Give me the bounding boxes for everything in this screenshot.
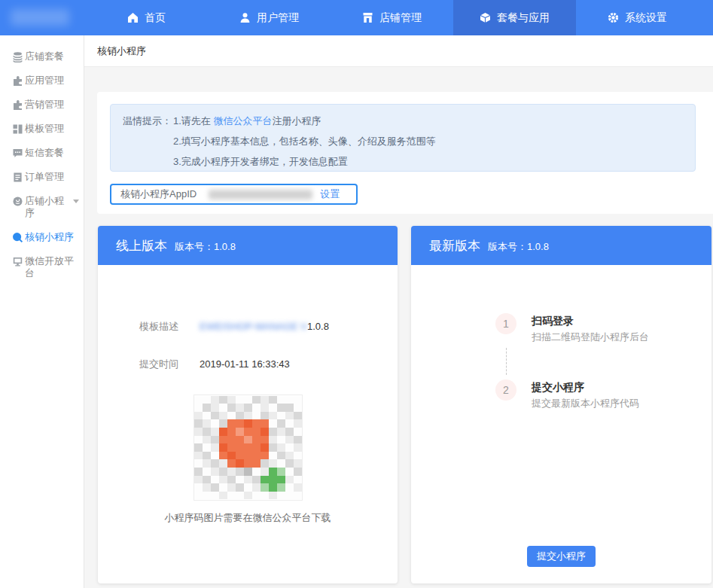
- appid-set-link[interactable]: 设置: [320, 187, 340, 201]
- puzzle-icon: [12, 75, 23, 87]
- nav-tab-label: 套餐与应用: [497, 11, 550, 25]
- step-number-badge: 1: [495, 313, 516, 334]
- step-title: 扫码登录: [532, 314, 649, 328]
- coins-icon: [12, 51, 23, 62]
- sidebar-item-label: 店铺小程序: [25, 195, 69, 219]
- card-title: 最新版本: [429, 237, 480, 254]
- step-texts: 提交小程序 提交最新版本小程序代码: [532, 379, 639, 410]
- sidebar-item-app-management[interactable]: 应用管理: [0, 69, 84, 93]
- logo-blurred: [11, 9, 69, 26]
- appid-label: 核销小程序AppID: [120, 187, 197, 201]
- appid-field[interactable]: 核销小程序AppID 设置: [110, 184, 358, 205]
- notice-line-3: 3.完成小程序开发者绑定，开发信息配置: [173, 155, 436, 169]
- step-title: 提交小程序: [532, 380, 639, 394]
- online-version-card: 线上版本 版本号：1.0.8 模板描述 EWEISHOP-MANAGE V1.0…: [98, 226, 398, 583]
- sidebar-item-label: 营销管理: [25, 99, 64, 111]
- top-navigation: 首页 用户管理 店铺管理 套餐与应用 系统设置: [0, 0, 713, 35]
- sidebar-item-wechat-open-platform[interactable]: 微信开放平台: [0, 249, 84, 285]
- sidebar-item-label: 店铺套餐: [25, 50, 64, 62]
- submit-miniapp-button[interactable]: 提交小程序: [527, 546, 596, 567]
- settings-panel: 温情提示： 1.请先在 微信公众平台注册小程序 2.填写小程序基本信息，包括名称…: [97, 92, 713, 214]
- sidebar-item-label: 核销小程序: [25, 231, 74, 243]
- sidebar-item-store-miniapp[interactable]: 店铺小程序: [0, 189, 84, 225]
- field-label: 提交时间: [139, 357, 200, 372]
- miniapp-icon: [12, 196, 23, 207]
- latest-version-header: 最新版本 版本号：1.0.8: [411, 226, 711, 265]
- notice-lines: 1.请先在 微信公众平台注册小程序 2.填写小程序基本信息，包括名称、头像、介绍…: [173, 114, 436, 171]
- sidebar-item-sms-packages[interactable]: 短信套餐: [0, 141, 84, 165]
- field-value: EWEISHOP-MANAGE V1.0.8: [200, 319, 329, 334]
- logo-area: [0, 0, 85, 35]
- miniapp-qr-code-image: [193, 395, 303, 501]
- notice-line-1: 1.请先在 微信公众平台注册小程序: [173, 114, 436, 128]
- nav-tab-users[interactable]: 用户管理: [208, 0, 331, 35]
- chevron-down-icon: [73, 200, 79, 203]
- marketing-icon: [12, 99, 23, 111]
- template-description-version: 1.0.8: [307, 321, 329, 332]
- step-number-badge: 2: [495, 379, 516, 401]
- nav-tabs: 首页 用户管理 店铺管理 套餐与应用 系统设置: [85, 0, 699, 35]
- sidebar-item-store-packages[interactable]: 店铺套餐: [0, 44, 84, 69]
- notice-box: 温情提示： 1.请先在 微信公众平台注册小程序 2.填写小程序基本信息，包括名称…: [110, 104, 696, 172]
- breadcrumb: 核销小程序: [84, 35, 713, 67]
- sidebar-item-marketing[interactable]: 营销管理: [0, 93, 84, 117]
- sidebar-item-label: 短信套餐: [25, 147, 64, 159]
- sidebar-item-templates[interactable]: 模板管理: [0, 117, 84, 141]
- sidebar-item-label: 应用管理: [25, 75, 64, 87]
- step-scan-login: 1 扫码登录 扫描二维码登陆小程序后台: [495, 313, 711, 343]
- sidebar-item-verification-miniapp[interactable]: 核销小程序: [0, 225, 84, 249]
- wechat-open-icon: [12, 256, 23, 267]
- store-icon: [362, 12, 373, 23]
- verify-icon: [12, 232, 23, 243]
- page-title: 核销小程序: [97, 45, 146, 56]
- steps-list: 1 扫码登录 扫描二维码登陆小程序后台 2 提交小程序 提交最新版本小程序代码: [411, 265, 711, 410]
- blocks-icon: [12, 123, 23, 135]
- gear-icon: [608, 12, 619, 23]
- sidebar-item-orders[interactable]: 订单管理: [0, 165, 84, 189]
- home-icon: [127, 12, 139, 23]
- nav-tab-label: 店铺管理: [379, 11, 422, 25]
- package-icon: [480, 12, 491, 23]
- submit-time-row: 提交时间 2019-01-11 16:33:43: [98, 357, 398, 372]
- appid-value-redacted: [209, 190, 312, 200]
- step-texts: 扫码登录 扫描二维码登陆小程序后台: [532, 313, 649, 343]
- wechat-platform-link[interactable]: 微信公众平台: [213, 115, 272, 126]
- sms-icon: [12, 148, 23, 159]
- sidebar-menu: 店铺套餐 应用管理 营销管理 模板管理 短信套餐 订单管理 店铺小程序: [0, 35, 84, 285]
- step-description: 提交最新版本小程序代码: [532, 398, 639, 410]
- sidebar-item-label: 订单管理: [25, 171, 64, 183]
- notice-label: 温情提示：: [123, 114, 172, 171]
- notice-line-1-suffix: 注册小程序: [272, 115, 321, 126]
- online-version-header: 线上版本 版本号：1.0.8: [98, 226, 398, 265]
- sidebar-item-label: 模板管理: [25, 123, 64, 135]
- sidebar: 店铺套餐 应用管理 营销管理 模板管理 短信套餐 订单管理 店铺小程序: [0, 35, 84, 588]
- template-description-row: 模板描述 EWEISHOP-MANAGE V1.0.8: [98, 319, 398, 334]
- step-submit-miniapp: 2 提交小程序 提交最新版本小程序代码: [495, 379, 711, 410]
- template-description-redacted: EWEISHOP-MANAGE V: [200, 321, 307, 332]
- order-icon: [12, 172, 23, 183]
- qr-mosaic: [194, 396, 302, 500]
- step-description: 扫描二维码登陆小程序后台: [532, 331, 649, 343]
- notice-line-2: 2.填写小程序基本信息，包括名称、头像、介绍及服务范围等: [173, 135, 436, 148]
- card-title: 线上版本: [116, 237, 167, 254]
- nav-tab-packages[interactable]: 套餐与应用: [453, 0, 576, 35]
- step-connector-dashed-line: [506, 348, 507, 375]
- nav-tab-settings[interactable]: 系统设置: [576, 0, 699, 35]
- field-label: 模板描述: [139, 319, 200, 334]
- user-icon: [239, 12, 251, 23]
- submit-time-value: 2019-01-11 16:33:43: [200, 357, 290, 372]
- nav-tab-label: 用户管理: [257, 11, 299, 25]
- sidebar-item-label: 微信开放平台: [25, 255, 79, 279]
- nav-tab-label: 首页: [145, 11, 166, 25]
- qr-caption: 小程序码图片需要在微信公众平台下载: [98, 511, 398, 525]
- notice-line-1-prefix: 1.请先在: [173, 115, 213, 126]
- version-number: 版本号：1.0.8: [488, 240, 549, 254]
- online-version-body: 模板描述 EWEISHOP-MANAGE V1.0.8 提交时间 2019-01…: [98, 265, 398, 525]
- version-number: 版本号：1.0.8: [175, 240, 236, 254]
- latest-version-card: 最新版本 版本号：1.0.8 1 扫码登录 扫描二维码登陆小程序后台 2 提交小…: [411, 226, 711, 583]
- nav-tab-home[interactable]: 首页: [85, 0, 208, 35]
- nav-tab-stores[interactable]: 店铺管理: [331, 0, 453, 35]
- nav-tab-label: 系统设置: [625, 11, 667, 25]
